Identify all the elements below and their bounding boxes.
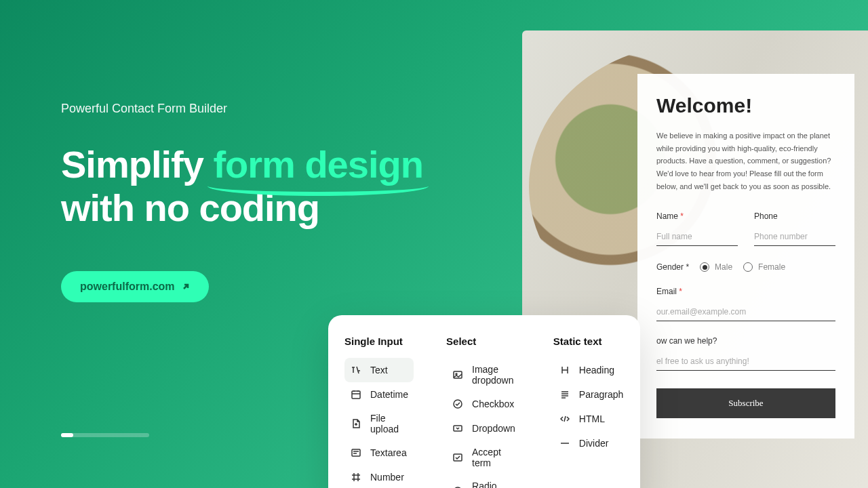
element-accept-term[interactable]: Accept term [446,441,521,474]
svg-point-3 [456,373,457,375]
element-heading[interactable]: Heading [553,358,629,382]
dropdown-icon [452,422,464,434]
element-checkbox[interactable]: Checkbox [446,392,521,416]
textarea-icon [350,447,362,459]
element-radio-button[interactable]: Radio button [446,474,521,488]
svg-rect-1 [352,449,360,456]
paragraph-icon [559,388,571,401]
email-label: Email * [656,287,835,296]
elements-panel: Single Input Text Datetime File upload T… [328,315,640,488]
col-heading-single-input: Single Input [344,336,414,347]
cta-button[interactable]: powerfulform.com [61,271,209,302]
form-description: We believe in making a positive impact o… [656,129,835,192]
checkbox-icon [452,398,464,410]
cta-label: powerfulform.com [80,281,175,293]
gender-female-option[interactable]: Female [743,262,785,272]
image-dropdown-icon [452,369,464,381]
progress-fill [61,433,73,437]
file-icon [350,418,362,430]
phone-input[interactable] [754,228,835,246]
help-label: ow can we help? [656,336,835,346]
hero-headline: Simplify form design with no coding [61,143,495,230]
gender-label: Gender * [656,262,689,272]
accept-icon [452,451,464,464]
element-divider[interactable]: Divider [553,431,629,455]
element-paragraph[interactable]: Paragraph [553,382,629,407]
element-file-upload[interactable]: File upload [344,407,414,441]
help-input[interactable] [656,352,835,371]
element-image-dropdown[interactable]: Image dropdown [446,358,521,392]
welcome-form-card: Welcome! We believe in making a positive… [637,74,854,439]
col-heading-select: Select [446,336,521,347]
element-datetime[interactable]: Datetime [344,382,414,407]
hash-icon [350,471,362,483]
arrow-icon [182,283,190,291]
heading-icon [559,364,571,376]
email-input[interactable] [656,303,835,321]
headline-accent: form design [213,143,422,186]
headline-part-1: Simplify [61,143,213,186]
name-input[interactable] [656,228,738,246]
radio-icon [700,262,709,272]
divider-icon [559,437,571,449]
col-heading-static-text: Static text [553,336,629,347]
subscribe-button[interactable]: Subscribe [656,388,835,418]
radio-icon [743,262,753,272]
calendar-icon [350,388,362,401]
element-number[interactable]: Number [344,465,414,488]
hero-eyebrow: Powerful Contact Form Builder [61,102,495,116]
element-dropdown[interactable]: Dropdown [446,416,521,441]
radio-button-icon [452,485,464,488]
element-text[interactable]: Text [344,358,414,382]
element-html[interactable]: HTML [553,407,629,431]
code-icon [559,413,571,425]
text-icon [350,364,362,376]
element-textarea[interactable]: Textarea [344,441,414,465]
gender-male-option[interactable]: Male [700,262,732,272]
svg-rect-0 [352,391,360,399]
form-title: Welcome! [656,94,835,117]
carousel-progress[interactable] [61,433,149,437]
name-label: Name * [656,211,738,221]
phone-label: Phone [754,211,835,221]
